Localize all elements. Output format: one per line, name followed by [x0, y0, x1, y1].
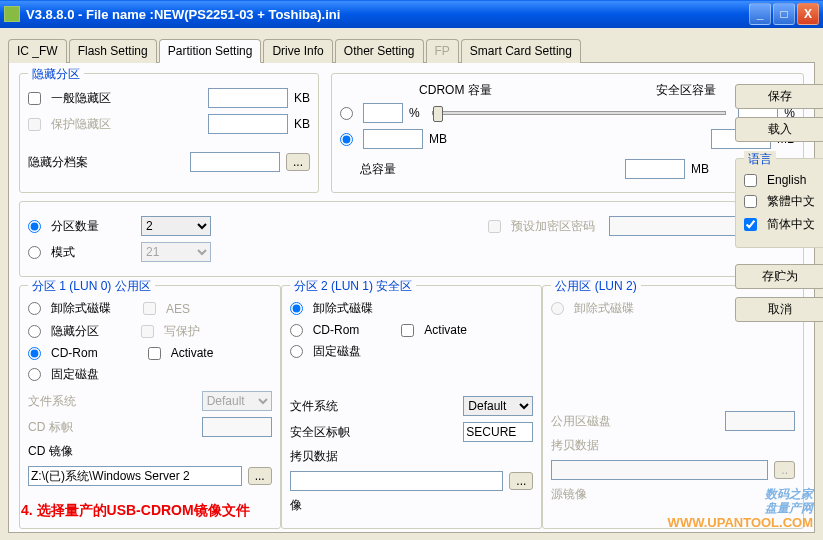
lun1-copy-input[interactable]	[290, 471, 504, 491]
lun0-cdrom-label: CD-Rom	[51, 346, 98, 360]
lang-sc-checkbox[interactable]	[744, 218, 757, 231]
protect-hidden-label: 保护隐藏区	[51, 116, 111, 133]
lun0-cdrom-radio[interactable]	[28, 347, 41, 360]
normal-hidden-checkbox[interactable]	[28, 92, 41, 105]
lun0-fs-label: 文件系统	[28, 393, 76, 410]
lun2-title: 公用区 (LUN 2)	[551, 278, 640, 295]
normal-hidden-label: 一般隐藏区	[51, 90, 111, 107]
cancel-button[interactable]: 取消	[735, 297, 823, 322]
lun1-cdrom-radio[interactable]	[290, 324, 303, 337]
instruction-note: 4. 选择量产的USB-CDROM镜像文件	[21, 502, 250, 520]
lun0-fixed-label: 固定磁盘	[51, 366, 99, 383]
lun0-group: 分区 1 (LUN 0) 公用区 卸除式磁碟 AES 隐藏分区 写保护 CD-R…	[19, 285, 281, 529]
saveas-button[interactable]: 存贮为	[735, 264, 823, 289]
lun1-remove-label: 卸除式磁碟	[313, 300, 373, 317]
lun2-pubdisk-input	[725, 411, 795, 431]
protect-hidden-input[interactable]	[208, 114, 288, 134]
total-label: 总容量	[360, 161, 396, 178]
lun1-browse-button[interactable]: ...	[509, 472, 533, 490]
lun2-pubdisk-label: 公用区磁盘	[551, 413, 611, 430]
aes-label: AES	[166, 302, 190, 316]
wp-checkbox	[141, 325, 154, 338]
pct-radio[interactable]	[340, 107, 353, 120]
protect-hidden-checkbox	[28, 118, 41, 131]
partition-panel: 隐藏分区 一般隐藏区 KB 保护隐藏区 KB	[8, 63, 815, 533]
lun2-browse-button: ..	[774, 461, 795, 479]
kb-label-2: KB	[294, 117, 310, 131]
lun1-safe-input[interactable]	[463, 422, 533, 442]
tab-other-setting[interactable]: Other Setting	[335, 39, 424, 63]
tab-flash-setting[interactable]: Flash Setting	[69, 39, 157, 63]
lun1-fixed-radio[interactable]	[290, 345, 303, 358]
cdrom-cap-label: CDROM 容量	[419, 82, 492, 99]
lang-tc-label: 繁體中文	[767, 193, 815, 210]
lun1-copy-label: 拷贝数据	[290, 448, 338, 465]
lun0-cdlabel: CD 标帜	[28, 419, 73, 436]
lun0-cdlabel-input	[202, 417, 272, 437]
lun1-title: 分区 2 (LUN 1) 安全区	[290, 278, 417, 295]
lun0-remove-radio[interactable]	[28, 302, 41, 315]
preset-pw-input	[609, 216, 749, 236]
lun0-browse-button[interactable]: ...	[248, 467, 272, 485]
lang-en-checkbox[interactable]	[744, 174, 757, 187]
lang-tc-checkbox[interactable]	[744, 195, 757, 208]
lun1-activate-label: Activate	[424, 323, 467, 337]
cdrom-group: CDROM 容量 安全区容量 % % MB	[331, 73, 804, 193]
hidden-partition-title: 隐藏分区	[28, 66, 84, 83]
window-title: V3.8.8.0 - File name :NEW(PS2251-03 + To…	[26, 7, 747, 22]
lun1-activate-checkbox[interactable]	[401, 324, 414, 337]
cd-mb-input[interactable]	[363, 129, 423, 149]
save-button[interactable]: 保存	[735, 84, 823, 109]
lun0-hidden-radio[interactable]	[28, 325, 41, 338]
lang-title: 语言	[744, 151, 776, 168]
tab-partition-setting[interactable]: Partition Setting	[159, 39, 262, 63]
lun0-activate-checkbox[interactable]	[148, 347, 161, 360]
maximize-button[interactable]: □	[773, 3, 795, 25]
app-icon	[4, 6, 20, 22]
load-button[interactable]: 载入	[735, 117, 823, 142]
lun0-cdimage-input[interactable]	[28, 466, 242, 486]
lun1-fs-select[interactable]: Default	[463, 396, 533, 416]
lun0-activate-label: Activate	[171, 346, 214, 360]
archive-label: 隐藏分档案	[28, 154, 88, 171]
language-group: 语言 English 繁體中文 简体中文	[735, 158, 823, 248]
lun0-title: 分区 1 (LUN 0) 公用区	[28, 278, 155, 295]
count-label: 分区数量	[51, 218, 99, 235]
lun0-hidden-label: 隐藏分区	[51, 323, 99, 340]
capacity-slider[interactable]	[432, 111, 727, 115]
tab-drive-info[interactable]: Drive Info	[263, 39, 332, 63]
lun2-remove-label: 卸除式磁碟	[574, 300, 634, 317]
tab-bar: IC _FW Flash Setting Partition Setting D…	[8, 38, 815, 63]
mb-radio[interactable]	[340, 133, 353, 146]
lun1-safelabel: 安全区标帜	[290, 424, 350, 441]
archive-browse-button[interactable]: ...	[286, 153, 310, 171]
count-radio[interactable]	[28, 220, 41, 233]
lun2-srcimage-label: 源镜像	[551, 486, 587, 503]
part-count-group: 分区数量 2 预设加密区密码 模式 21	[19, 201, 804, 277]
lun1-fs-label: 文件系统	[290, 398, 338, 415]
tab-ic-fw[interactable]: IC _FW	[8, 39, 67, 63]
normal-hidden-input[interactable]	[208, 88, 288, 108]
tab-smart-card[interactable]: Smart Card Setting	[461, 39, 581, 63]
lun1-fixed-label: 固定磁盘	[313, 343, 361, 360]
total-input[interactable]	[625, 159, 685, 179]
lun1-remove-radio[interactable]	[290, 302, 303, 315]
lun0-fs-select: Default	[202, 391, 272, 411]
lun2-copy-input	[551, 460, 768, 480]
lun2-copy-label: 拷贝数据	[551, 437, 599, 454]
lun1-cdrom-label: CD-Rom	[313, 323, 360, 337]
pct-label-1: %	[409, 106, 420, 120]
archive-input[interactable]	[190, 152, 280, 172]
tab-fp[interactable]: FP	[426, 39, 459, 63]
safe-cap-label: 安全区容量	[656, 82, 716, 99]
close-button[interactable]: X	[797, 3, 819, 25]
lun2-remove-radio	[551, 302, 564, 315]
count-select[interactable]: 2	[141, 216, 211, 236]
cd-pct-input[interactable]	[363, 103, 403, 123]
minimize-button[interactable]: _	[749, 3, 771, 25]
lun1-group: 分区 2 (LUN 1) 安全区 卸除式磁碟 CD-Rom Activate 固…	[281, 285, 543, 529]
mode-radio[interactable]	[28, 246, 41, 259]
hidden-partition-group: 隐藏分区 一般隐藏区 KB 保护隐藏区 KB	[19, 73, 319, 193]
lun0-fixed-radio[interactable]	[28, 368, 41, 381]
lun1-image-tail: 像	[290, 497, 302, 514]
